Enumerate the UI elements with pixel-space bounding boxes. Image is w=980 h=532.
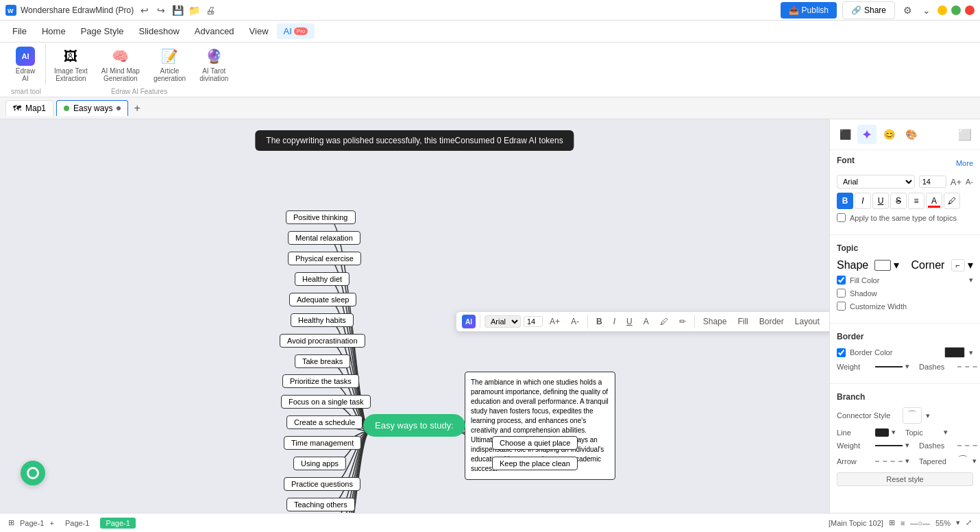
zoom-percent-button[interactable]: ▾ bbox=[956, 518, 960, 527]
ribbon-article[interactable]: 📝 Articlegeneration bbox=[148, 44, 191, 85]
save-button[interactable]: 💾 bbox=[171, 3, 184, 17]
central-topic[interactable]: Easy ways to study: bbox=[363, 414, 465, 437]
topic-healthy-habits[interactable]: Healthy habits bbox=[291, 313, 354, 327]
ai-float-button[interactable] bbox=[21, 461, 45, 485]
close-button[interactable] bbox=[965, 5, 975, 15]
panel-icon-format[interactable]: ⬛ bbox=[835, 125, 855, 144]
border-color-dropdown[interactable]: ▾ bbox=[969, 348, 973, 357]
ft-underline[interactable]: U bbox=[622, 315, 637, 328]
topic-teaching-others[interactable]: Teaching others bbox=[286, 498, 355, 511]
subtopic-clean-place[interactable]: Keep the place clean bbox=[492, 457, 578, 470]
topic-using-apps[interactable]: Using apps bbox=[293, 457, 346, 470]
ft-increase-size[interactable]: A+ bbox=[546, 315, 564, 328]
page-tab-inactive[interactable]: Page-1 bbox=[60, 518, 95, 529]
font-decrease-icon[interactable]: A- bbox=[966, 178, 973, 186]
ft-branch[interactable]: Branch bbox=[826, 315, 829, 328]
layout-icon[interactable]: ⊞ bbox=[889, 518, 895, 527]
list-icon[interactable]: ≡ bbox=[901, 519, 905, 527]
expand-button[interactable]: ⌄ bbox=[920, 3, 933, 17]
menu-slideshow[interactable]: Slideshow bbox=[132, 23, 186, 39]
ft-style[interactable]: ✏ bbox=[675, 315, 690, 328]
font-increase-icon[interactable]: A+ bbox=[951, 177, 961, 187]
corner-dropdown-icon[interactable]: ▾ bbox=[968, 258, 973, 271]
highlight-button[interactable]: 🖊 bbox=[944, 193, 960, 209]
ft-font-size[interactable] bbox=[524, 316, 543, 327]
align-button[interactable]: ≡ bbox=[908, 193, 924, 209]
grid-icon[interactable]: ⊞ bbox=[8, 518, 14, 527]
strikethrough-button[interactable]: S bbox=[890, 193, 907, 209]
branch-weight-dropdown[interactable]: ▾ bbox=[905, 441, 909, 450]
ribbon-tarot[interactable]: 🔮 AI Tarotdivination bbox=[194, 44, 234, 85]
menu-advanced[interactable]: Advanced bbox=[188, 23, 241, 39]
publish-button[interactable]: 📤 Publish bbox=[781, 2, 837, 19]
shadow-checkbox[interactable] bbox=[837, 289, 846, 298]
ribbon-edraw-ai[interactable]: AI EdrawAI bbox=[8, 44, 42, 85]
line-color-dropdown[interactable]: ▾ bbox=[892, 428, 896, 437]
reset-style-button[interactable]: Reset style bbox=[837, 472, 973, 486]
underline-button[interactable]: U bbox=[872, 193, 889, 209]
ft-font-color[interactable]: A bbox=[639, 315, 653, 328]
panel-icon-emoji[interactable]: 😊 bbox=[879, 125, 898, 144]
topic-avoid-procrastination[interactable]: Avoid procrastination bbox=[280, 334, 365, 348]
fill-color-checkbox[interactable] bbox=[837, 276, 846, 285]
ft-italic[interactable]: I bbox=[609, 315, 620, 328]
ft-font-select[interactable]: Arial bbox=[485, 315, 521, 328]
add-tab-button[interactable]: + bbox=[131, 102, 143, 114]
tapered-dropdown[interactable]: ▾ bbox=[972, 457, 977, 466]
undo-button[interactable]: ↩ bbox=[138, 3, 151, 17]
topic-positive-thinking[interactable]: Positive thinking bbox=[286, 210, 356, 224]
border-color-swatch[interactable] bbox=[944, 347, 965, 358]
customize-width-checkbox[interactable] bbox=[837, 302, 846, 311]
zoom-icon[interactable]: —○— bbox=[910, 519, 930, 527]
connector-style-dropdown[interactable]: ▾ bbox=[926, 411, 930, 420]
print-button[interactable]: 🖨 bbox=[204, 3, 217, 17]
panel-icon-theme[interactable]: 🎨 bbox=[901, 125, 920, 144]
topic-time-management[interactable]: Time management bbox=[284, 436, 361, 450]
redo-button[interactable]: ↪ bbox=[154, 3, 168, 17]
menu-ai[interactable]: AI Pro bbox=[277, 23, 315, 39]
ft-bold[interactable]: B bbox=[592, 315, 607, 328]
menu-page-style[interactable]: Page Style bbox=[74, 23, 131, 39]
ft-fill[interactable]: Fill bbox=[733, 315, 752, 328]
add-page-button[interactable]: + bbox=[49, 519, 53, 527]
share-button[interactable]: 🔗 Share bbox=[842, 1, 895, 19]
ribbon-mindmap-gen[interactable]: 🧠 AI Mind MapGeneration bbox=[96, 44, 145, 85]
italic-button[interactable]: I bbox=[855, 193, 871, 209]
shape-selector[interactable] bbox=[874, 260, 891, 271]
topic-adequate-sleep[interactable]: Adequate sleep bbox=[289, 293, 356, 306]
canvas-area[interactable]: The copywriting was polished successfull… bbox=[0, 119, 829, 513]
topic-branch-dropdown[interactable]: ▾ bbox=[944, 428, 948, 437]
fill-color-dropdown[interactable]: ▾ bbox=[969, 276, 973, 285]
connector-style-box[interactable]: ⌒ bbox=[903, 407, 922, 424]
ft-shape[interactable]: Shape bbox=[699, 315, 731, 328]
bold-button[interactable]: B bbox=[837, 193, 853, 209]
settings-button[interactable]: ⚙ bbox=[901, 3, 914, 17]
tab-map1[interactable]: 🗺 Map1 bbox=[5, 100, 53, 116]
topic-healthy-diet[interactable]: Healthy diet bbox=[295, 272, 350, 286]
maximize-button[interactable] bbox=[951, 5, 961, 15]
ribbon-image-text[interactable]: 🖼 Image TextExtraction bbox=[49, 44, 93, 85]
topic-take-breaks[interactable]: Take breaks bbox=[295, 354, 350, 368]
topic-physical-exercise[interactable]: Physical exercise bbox=[288, 252, 361, 265]
panel-icon-ai[interactable] bbox=[857, 125, 877, 144]
topic-prioritize-tasks[interactable]: Prioritize the tasks bbox=[282, 374, 359, 388]
minimize-button[interactable] bbox=[938, 5, 947, 15]
shape-dropdown-icon[interactable]: ▾ bbox=[894, 258, 899, 271]
border-weight-dropdown[interactable]: ▾ bbox=[905, 362, 909, 371]
ft-ai-button[interactable]: AI bbox=[462, 315, 476, 328]
subtopic-quiet-place[interactable]: Choose a quiet place bbox=[492, 436, 578, 450]
menu-file[interactable]: File bbox=[5, 23, 34, 39]
ft-highlight[interactable]: 🖊 bbox=[656, 315, 672, 328]
topic-mental-relaxation[interactable]: Mental relaxation bbox=[288, 231, 360, 245]
font-family-select[interactable]: Arial bbox=[837, 175, 915, 189]
ft-decrease-size[interactable]: A- bbox=[567, 315, 583, 328]
open-button[interactable]: 📁 bbox=[187, 3, 201, 17]
corner-selector[interactable]: ⌐ bbox=[951, 259, 965, 271]
topic-practice-questions[interactable]: Practice questions bbox=[284, 477, 360, 491]
ft-layout[interactable]: Layout bbox=[791, 315, 824, 328]
font-size-input[interactable] bbox=[919, 176, 946, 188]
panel-expand-icon[interactable]: ⬜ bbox=[955, 125, 975, 144]
font-color-button[interactable]: A bbox=[926, 193, 942, 209]
topic-focus-single[interactable]: Focus on a single task bbox=[281, 395, 371, 409]
line-color-swatch[interactable] bbox=[875, 428, 889, 437]
